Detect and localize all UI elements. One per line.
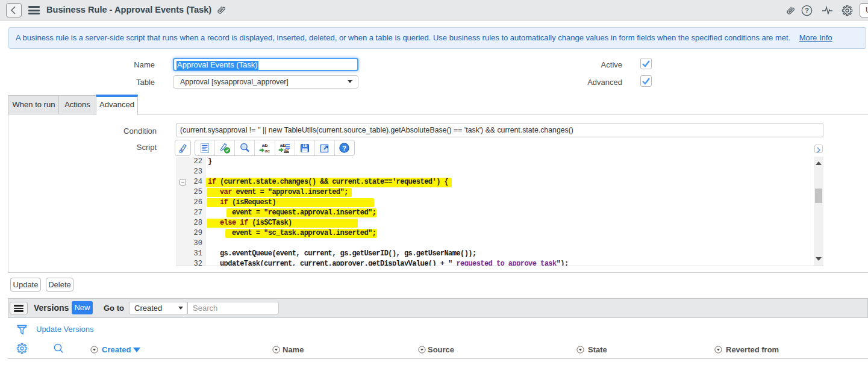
svg-text:ac: ac	[264, 148, 269, 153]
svg-text:?: ?	[343, 145, 347, 152]
svg-text:?: ?	[805, 7, 809, 14]
svg-text:ac: ac	[284, 148, 289, 153]
